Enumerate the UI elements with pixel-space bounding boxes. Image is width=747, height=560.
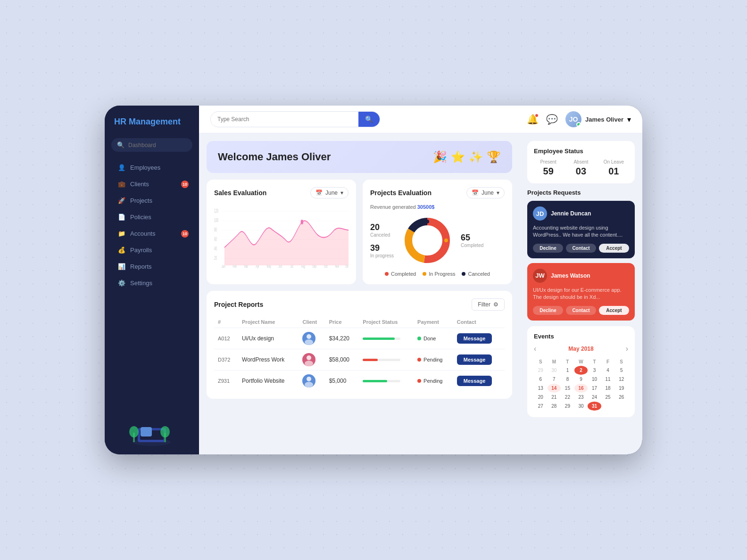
app-logo: HR Management (105, 106, 199, 134)
calendar-day[interactable]: 11 (601, 375, 615, 384)
accounts-label: Accounts (130, 230, 155, 237)
completed-count: 65 (461, 233, 483, 243)
sidebar-item-projects[interactable]: 🚀 Projects (108, 192, 195, 209)
projects-month-selector[interactable]: 📅 June ▾ (466, 187, 505, 198)
calendar-day[interactable]: 29 (561, 402, 574, 411)
col-id: # (214, 316, 238, 328)
message-button[interactable]: Message (457, 354, 492, 365)
calendar-day[interactable]: 26 (614, 393, 628, 402)
row-contact[interactable]: Message (453, 328, 505, 349)
svg-point-43 (307, 355, 311, 360)
sidebar-item-accounts[interactable]: 📁 Accounts 10 (108, 225, 195, 242)
reports-title: Project Reports (214, 301, 263, 308)
calendar-day[interactable]: 7 (548, 375, 561, 384)
table-row: D372 WordPress Work $58,000 Pending Mess… (214, 349, 505, 371)
calendar-head: SMTWTFS (534, 358, 628, 366)
decline-button[interactable]: Decline (533, 244, 563, 253)
present-label: Present (534, 159, 563, 165)
search-input[interactable] (211, 113, 358, 126)
calendar-day[interactable]: 10 (588, 375, 601, 384)
contact-button[interactable]: Contact (566, 306, 596, 315)
calendar-day[interactable]: 15 (561, 384, 574, 393)
sidebar-search-input[interactable] (128, 142, 187, 148)
row-contact[interactable]: Message (453, 371, 505, 392)
user-menu[interactable]: JO James Oliver ▾ (565, 111, 631, 127)
svg-rect-4 (141, 427, 152, 436)
calendar-next-button[interactable]: › (626, 345, 628, 353)
calendar-day[interactable]: 5 (614, 366, 628, 375)
calendar-day[interactable]: 8 (561, 375, 574, 384)
calendar-day[interactable]: 1 (561, 366, 574, 375)
sidebar-item-payrolls[interactable]: 💰 Payrolls (108, 242, 195, 258)
sidebar-item-clients[interactable]: 💼 Clients 10 (108, 176, 195, 192)
calendar-day[interactable]: 20 (534, 393, 548, 402)
sidebar-illustration (105, 402, 199, 454)
message-button[interactable]: Message (457, 376, 492, 386)
calendar-day[interactable]: 2 (574, 366, 588, 375)
sidebar-item-settings[interactable]: ⚙️ Settings (108, 275, 195, 291)
policies-label: Policies (130, 214, 151, 221)
calendar-day[interactable]: 9 (574, 375, 588, 384)
legend-canceled-label: Canceled (468, 271, 490, 277)
sales-chart-title: Sales Evaluation (214, 189, 266, 197)
sidebar-item-employees[interactable]: 👤 Employees (108, 159, 195, 176)
search-bar[interactable]: 🔍 (210, 111, 380, 127)
calendar-day[interactable]: 14 (548, 384, 561, 393)
charts-row: Sales Evaluation 📅 June ▾ 120 100 (207, 180, 512, 284)
client-avatar (302, 332, 315, 345)
sidebar-item-policies[interactable]: 📄 Policies (108, 209, 195, 225)
present-status: Present 59 (534, 159, 563, 177)
calendar-day[interactable]: 4 (601, 366, 615, 375)
notification-icon[interactable]: 🔔 (527, 114, 539, 125)
calendar-icon: 📅 (315, 189, 323, 196)
row-contact[interactable]: Message (453, 349, 505, 371)
right-panel: Employee Status Present 59 Absent 03 On … (520, 133, 642, 454)
accept-button[interactable]: Accept (599, 306, 629, 315)
sidebar-search-container[interactable]: 🔍 (111, 138, 192, 152)
accept-button[interactable]: Accept (599, 244, 629, 253)
calendar-day[interactable]: 17 (588, 384, 601, 393)
message-icon[interactable]: 💬 (546, 114, 558, 125)
calendar-week-row: 2728293031 (534, 402, 628, 411)
project-reports-table: # Project Name Client Price Project Stat… (214, 316, 505, 391)
welcome-text: Welcome James Oliver (218, 151, 331, 163)
contact-button[interactable]: Contact (566, 244, 596, 253)
search-button[interactable]: 🔍 (358, 112, 380, 127)
calendar-day[interactable]: 21 (548, 393, 561, 402)
row-status (359, 328, 414, 349)
svg-text:40: 40 (214, 246, 217, 251)
inprogress-stat: 39 In progress (370, 243, 394, 258)
sales-month-selector[interactable]: 📅 June ▾ (310, 187, 349, 198)
request-card-0: JD Jennie Duncan Accounting website desi… (527, 201, 635, 258)
row-id: Z931 (214, 371, 238, 392)
calendar-day-header: T (588, 358, 601, 366)
calendar-day[interactable]: 22 (561, 393, 574, 402)
calendar-day[interactable]: 3 (588, 366, 601, 375)
decline-button[interactable]: Decline (533, 306, 563, 315)
filter-button[interactable]: Filter ⚙ (472, 298, 505, 311)
employee-status-card: Employee Status Present 59 Absent 03 On … (527, 141, 635, 183)
notification-badge (535, 114, 539, 117)
calendar-day[interactable]: 6 (534, 375, 548, 384)
calendar-day[interactable]: 18 (601, 384, 615, 393)
svg-text:100: 100 (214, 218, 218, 223)
calendar-day[interactable]: 24 (588, 393, 601, 402)
message-button[interactable]: Message (457, 333, 492, 344)
svg-text:May: May (267, 264, 272, 269)
calendar-day[interactable]: 19 (614, 384, 628, 393)
calendar-day[interactable]: 28 (548, 402, 561, 411)
absent-count: 03 (566, 166, 595, 177)
calendar-day[interactable]: 27 (534, 402, 548, 411)
calendar-day[interactable]: 12 (614, 375, 628, 384)
calendar-day[interactable]: 31 (588, 402, 601, 411)
sidebar-item-reports[interactable]: 📊 Reports (108, 258, 195, 275)
request-avatar: JD (533, 206, 547, 221)
calendar-day[interactable]: 29 (534, 366, 548, 375)
calendar-day[interactable]: 16 (574, 384, 588, 393)
calendar-day[interactable]: 30 (548, 366, 561, 375)
calendar-day[interactable]: 25 (601, 393, 615, 402)
calendar-day[interactable]: 30 (574, 402, 588, 411)
calendar-prev-button[interactable]: ‹ (534, 345, 536, 353)
calendar-day[interactable]: 23 (574, 393, 588, 402)
calendar-day[interactable]: 13 (534, 384, 548, 393)
